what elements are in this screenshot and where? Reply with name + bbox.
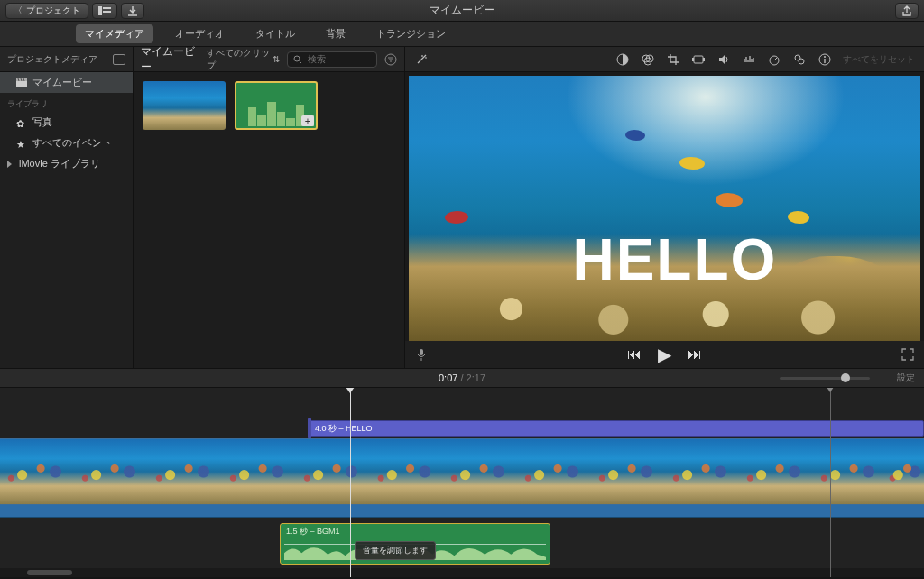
sidebar-item-photos[interactable]: ✿ 写真 <box>0 112 133 133</box>
tab-title[interactable]: タイトル <box>246 24 304 43</box>
search-input[interactable] <box>306 53 360 65</box>
window-titlebar: 〈プロジェクト マイムービー <box>0 0 924 22</box>
import-button[interactable] <box>121 3 144 19</box>
browser-title: マイムービー <box>141 44 199 75</box>
clips-filter-dropdown[interactable]: すべてのクリップ ⇅ <box>207 47 280 72</box>
share-button[interactable] <box>895 3 919 19</box>
title-clip-label: 4.0 秒 – HELLO <box>315 424 373 433</box>
fish-decor <box>788 211 809 224</box>
media-thumb-audio[interactable]: + <box>235 81 318 130</box>
sidebar-photos-label: 写真 <box>32 115 52 129</box>
crop-icon[interactable] <box>666 52 680 67</box>
search-icon <box>293 55 302 64</box>
video-preview[interactable]: HELLO <box>409 76 920 341</box>
star-icon: ★ <box>16 139 27 148</box>
back-to-projects-button[interactable]: 〈プロジェクト <box>5 3 88 19</box>
svg-line-5 <box>300 60 302 63</box>
disclosure-triangle-icon[interactable] <box>7 161 12 168</box>
scrollbar-thumb[interactable] <box>27 570 72 575</box>
svg-rect-0 <box>98 6 102 15</box>
playhead[interactable] <box>350 388 351 577</box>
speed-icon[interactable] <box>767 52 781 67</box>
color-correction-icon[interactable] <box>641 52 655 67</box>
search-field[interactable] <box>287 51 377 68</box>
title-overlay-text: HELLO <box>572 226 777 293</box>
title-clip[interactable]: 4.0 秒 – HELLO <box>309 420 924 437</box>
svg-rect-1 <box>103 7 111 9</box>
media-thumb-video[interactable] <box>143 81 226 130</box>
timeline-settings-button[interactable]: 設定 <box>897 372 915 384</box>
sidebar-header: プロジェクトメディア <box>7 53 97 66</box>
bgm-clip[interactable]: 1.5 秒 – BGM1 音量を調節します <box>280 523 550 565</box>
video-audio-track[interactable] <box>0 505 924 518</box>
add-to-timeline-icon[interactable]: + <box>301 115 314 126</box>
svg-rect-13 <box>703 58 705 61</box>
tab-background[interactable]: 背景 <box>317 24 355 43</box>
flower-icon: ✿ <box>16 118 27 127</box>
clip-filter-icon[interactable] <box>792 52 807 67</box>
sidebar-section-library: ライブラリ <box>0 93 133 112</box>
sidebar-allevents-label: すべてのイベント <box>32 136 112 150</box>
timeline-marker[interactable] <box>830 388 831 577</box>
volume-tooltip: 音量を調節します <box>355 541 436 560</box>
tab-audio[interactable]: オーディオ <box>166 24 234 43</box>
fish-decor <box>716 193 743 207</box>
play-button[interactable]: ▶ <box>658 344 671 365</box>
noise-reduction-icon[interactable] <box>742 52 756 67</box>
enhance-icon[interactable] <box>414 52 429 67</box>
svg-rect-2 <box>103 11 111 13</box>
updown-icon: ⇅ <box>273 54 280 64</box>
zoom-slider[interactable] <box>780 377 870 380</box>
reset-all-button[interactable]: すべてをリセット <box>843 53 915 66</box>
library-list-button[interactable] <box>92 3 117 19</box>
sidebar-item-allevents[interactable]: ★ すべてのイベント <box>0 133 133 153</box>
media-browser: マイムービー すべてのクリップ ⇅ + <box>134 47 404 368</box>
current-time: 0:07 <box>439 372 457 383</box>
svg-point-4 <box>294 56 300 61</box>
sidebar-imovielib-label: iMovie ライブラリ <box>19 157 100 170</box>
color-balance-icon[interactable] <box>615 52 630 67</box>
preview-pane: すべてをリセット HELLO ⏮ ▶ ⏭ <box>404 47 924 368</box>
media-tabs: マイメディア オーディオ タイトル 背景 トランジション <box>0 22 924 47</box>
volume-icon[interactable] <box>716 52 731 67</box>
sidebar-project-label: マイムービー <box>32 76 92 89</box>
svg-rect-20 <box>420 349 423 355</box>
svg-rect-3 <box>16 81 27 87</box>
sidebar: プロジェクトメディア マイムービー ライブラリ ✿ 写真 ★ すべてのイベント … <box>0 47 134 368</box>
svg-rect-19 <box>824 59 825 63</box>
bgm-clip-label: 1.5 秒 – BGM1 <box>281 524 550 539</box>
fish-decor <box>625 130 645 141</box>
voiceover-icon[interactable] <box>414 347 429 362</box>
tab-transition[interactable]: トランジション <box>367 24 455 43</box>
svg-rect-12 <box>692 58 694 61</box>
total-time: 2:17 <box>467 372 485 383</box>
clapperboard-icon <box>16 78 27 87</box>
prev-button[interactable]: ⏮ <box>627 346 642 363</box>
video-track[interactable] <box>0 438 924 505</box>
svg-rect-11 <box>694 56 703 63</box>
info-icon[interactable] <box>818 52 832 67</box>
sidebar-toggle-icon[interactable] <box>113 54 125 65</box>
timeline-scrollbar[interactable] <box>0 568 924 577</box>
zoom-knob[interactable] <box>841 373 850 382</box>
svg-point-16 <box>799 59 804 64</box>
fullscreen-icon[interactable] <box>901 347 915 362</box>
transport-bar: ⏮ ▶ ⏭ <box>405 341 924 368</box>
fish-decor <box>679 157 705 170</box>
stabilization-icon[interactable] <box>691 52 706 67</box>
timeline-header: 0:07 / 2:17 設定 <box>0 368 924 388</box>
timeline[interactable]: 4.0 秒 – HELLO 1.5 秒 – BGM1 音量を調節します <box>0 388 924 577</box>
sidebar-item-imovielib[interactable]: iMovie ライブラリ <box>0 153 133 174</box>
tab-mymedia[interactable]: マイメディア <box>76 24 153 43</box>
sidebar-item-project[interactable]: マイムービー <box>0 72 133 93</box>
preview-toolbar: すべてをリセット <box>405 47 924 72</box>
svg-point-18 <box>824 56 826 58</box>
filter-icon[interactable] <box>384 53 397 66</box>
next-button[interactable]: ⏭ <box>688 346 702 363</box>
back-label: プロジェクト <box>26 5 80 17</box>
